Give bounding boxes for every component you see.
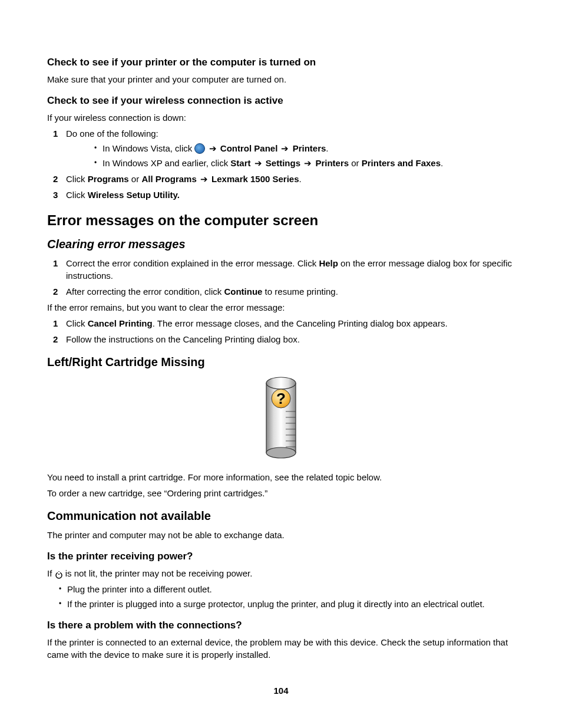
heading-receiving-power: Is the printer receiving power? xyxy=(47,549,515,564)
text: In Windows XP and earlier, click xyxy=(103,158,230,168)
arrow-icon: ➔ xyxy=(209,142,217,154)
cartridge-figure: ? xyxy=(47,376,515,462)
text-control-panel: Control Panel xyxy=(220,143,278,153)
text: In Windows Vista, click xyxy=(103,143,194,153)
text: . The error message closes, and the Canc… xyxy=(153,318,448,328)
text: Correct the error condition explained in… xyxy=(66,258,319,268)
bullet-xp: In Windows XP and earlier, click Start ➔… xyxy=(82,157,515,169)
step-2-after-correcting: 2After correcting the error condition, c… xyxy=(47,285,515,298)
step-2-click-programs: 2Click Programs or All Programs ➔ Lexmar… xyxy=(47,173,515,185)
svg-point-2 xyxy=(266,447,296,458)
text: . xyxy=(441,158,443,168)
text: or xyxy=(129,174,142,184)
text-printers: Printers xyxy=(293,143,326,153)
text: After correcting the error condition, cl… xyxy=(66,286,224,297)
text-comm-exchange: The printer and computer may not be able… xyxy=(47,529,515,541)
text: Follow the instructions on the Canceling… xyxy=(66,334,300,344)
svg-rect-14 xyxy=(58,572,60,574)
svg-text:?: ? xyxy=(276,390,286,407)
text-external-device: If the printer is connected to an extern… xyxy=(47,636,515,661)
text: is not lit, the printer may not be recei… xyxy=(63,568,253,578)
text-install-cartridge: You need to install a print cartridge. F… xyxy=(47,471,515,483)
text-all-programs: All Programs xyxy=(141,174,196,184)
heading-printer-on: Check to see if your printer or the comp… xyxy=(47,55,515,70)
heading-comm-not-available: Communication not available xyxy=(47,508,515,524)
text: . xyxy=(326,143,328,153)
windows-start-icon xyxy=(194,143,205,154)
power-icon xyxy=(55,569,63,578)
text-order-cartridge: To order a new cartridge, see “Ordering … xyxy=(47,487,515,499)
step-1-correct-error: 1Correct the error condition explained i… xyxy=(47,257,515,282)
text-power-not-lit: If is not lit, the printer may not be re… xyxy=(47,567,515,579)
text-help: Help xyxy=(319,258,338,268)
text: or xyxy=(349,158,362,168)
text-printers-faxes: Printers and Faxes xyxy=(362,158,441,168)
text-if-error-remains: If the error remains, but you want to cl… xyxy=(47,301,515,314)
text: to resume printing. xyxy=(262,286,338,297)
page-number: 104 xyxy=(47,684,515,697)
arrow-icon: ➔ xyxy=(200,173,208,185)
text: Click xyxy=(66,174,88,184)
text: Click xyxy=(66,318,88,328)
text-wireless-utility: Wireless Setup Utility. xyxy=(88,190,180,200)
text-programs: Programs xyxy=(88,174,129,184)
text-settings: Settings xyxy=(266,158,300,168)
heading-problem-connections: Is there a problem with the connections? xyxy=(47,618,515,633)
arrow-icon: ➔ xyxy=(254,157,262,169)
bullet-vista: In Windows Vista, click ➔ Control Panel … xyxy=(82,142,515,154)
bullet-surge-protector: If the printer is plugged into a surge p… xyxy=(47,598,515,610)
text-wireless-if-down: If your wireless connection is down: xyxy=(47,111,515,124)
arrow-icon: ➔ xyxy=(281,142,289,154)
cartridge-icon: ? xyxy=(263,376,299,459)
text: If xyxy=(47,568,55,578)
step-2-follow-instructions: 2Follow the instructions on the Cancelin… xyxy=(47,333,515,345)
text-continue: Continue xyxy=(224,286,262,297)
heading-cartridge-missing: Left/Right Cartridge Missing xyxy=(47,354,515,370)
text-cancel-printing: Cancel Printing xyxy=(88,318,153,328)
step-text: Do one of the following: xyxy=(66,129,158,139)
text-printer-on: Make sure that your printer and your com… xyxy=(47,73,515,85)
heading-clearing-errors: Clearing error messages xyxy=(47,236,515,252)
step-1-do-one: 1Do one of the following: In Windows Vis… xyxy=(47,127,515,169)
text: . xyxy=(299,174,302,184)
arrow-icon: ➔ xyxy=(304,157,312,169)
text-start: Start xyxy=(230,158,250,168)
heading-wireless-active: Check to see if your wireless connection… xyxy=(47,94,515,108)
svg-point-1 xyxy=(266,377,296,389)
step-3-click-wireless: 3Click Wireless Setup Utility. xyxy=(47,189,515,201)
text: Click xyxy=(66,190,88,200)
bullet-diff-outlet: Plug the printer into a different outlet… xyxy=(47,583,515,595)
text-printers: Printers xyxy=(315,158,349,168)
step-1-cancel-printing: 1Click Cancel Printing. The error messag… xyxy=(47,317,515,330)
text-lexmark: Lexmark 1500 Series xyxy=(211,174,299,184)
heading-error-messages: Error messages on the computer screen xyxy=(47,210,515,230)
